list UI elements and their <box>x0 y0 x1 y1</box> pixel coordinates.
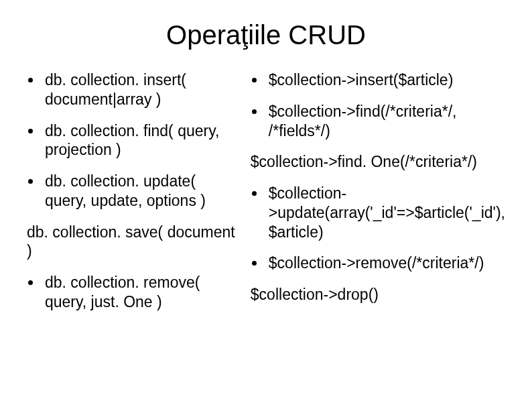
list-item: db. collection. insert( document|array ) <box>27 70 237 109</box>
bullet-icon <box>252 261 257 266</box>
columns: db. collection. insert( document|array )… <box>27 70 505 324</box>
item-text: db. collection. remove( query, just. One… <box>45 273 237 312</box>
list-item: db. collection. find( query, projection … <box>27 121 237 160</box>
item-text: $collection->find(/*criteria*/, /*fields… <box>269 102 505 141</box>
list-item: $collection->find(/*criteria*/, /*fields… <box>251 102 505 141</box>
list-item-plain: $collection->drop() <box>251 285 505 304</box>
item-text: $collection->insert($article) <box>269 70 505 90</box>
list-item: $collection->insert($article) <box>251 70 505 90</box>
slide-title: Operaţiile CRUD <box>27 20 505 50</box>
bullet-icon <box>252 109 257 114</box>
item-text: db. collection. find( query, projection … <box>45 121 237 160</box>
bullet-icon <box>252 191 257 196</box>
bullet-icon <box>28 179 33 184</box>
bullet-icon <box>28 78 33 82</box>
item-text: db. collection. insert( document|array ) <box>45 70 237 109</box>
item-text: $collection->update(array('_id'=>$articl… <box>269 184 505 241</box>
list-item: db. collection. remove( query, just. One… <box>27 273 237 312</box>
list-item: db. collection. update( query, update, o… <box>27 172 237 211</box>
item-text: $collection->remove(/*criteria*/) <box>269 253 505 273</box>
bullet-icon <box>28 280 33 285</box>
list-item-plain: db. collection. save( document ) <box>27 223 237 262</box>
list-item: $collection->remove(/*criteria*/) <box>251 253 505 273</box>
left-column: db. collection. insert( document|array )… <box>27 70 237 324</box>
list-item-plain: $collection->find. One(/*criteria*/) <box>251 152 505 172</box>
list-item: $collection->update(array('_id'=>$articl… <box>251 184 505 241</box>
right-column: $collection->insert($article) $collectio… <box>251 70 505 324</box>
item-text: db. collection. update( query, update, o… <box>45 172 237 211</box>
bullet-icon <box>252 78 257 82</box>
slide: Operaţiile CRUD db. collection. insert( … <box>0 0 532 399</box>
bullet-icon <box>28 129 33 133</box>
